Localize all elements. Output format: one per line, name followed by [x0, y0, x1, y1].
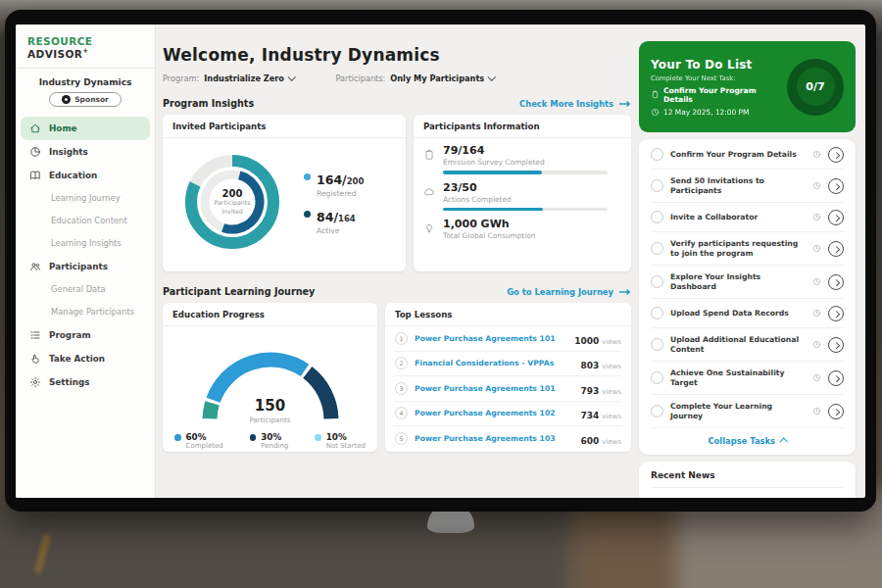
task-checkbox[interactable] — [651, 211, 663, 223]
sidebar-item-take-action[interactable]: Take Action — [21, 347, 150, 370]
sidebar-item-general-data[interactable]: General Data — [21, 278, 150, 301]
task-row[interactable]: Complete Your Learning Journey — [651, 395, 844, 428]
top-lessons-list: 1Power Purchase Agreements 1011000views2… — [385, 326, 631, 451]
clock-icon — [651, 108, 660, 117]
task-open-button[interactable] — [828, 147, 844, 163]
sidebar-item-insights[interactable]: Insights — [21, 140, 150, 164]
task-row[interactable]: Verify participants requesting to join t… — [651, 232, 844, 266]
legend-dot-icon — [174, 434, 181, 441]
program-insights-header: Program Insights Check More Insights — [163, 98, 631, 109]
program-filter-dropdown[interactable]: Program: Industrialize Zero — [163, 74, 294, 83]
task-open-button[interactable] — [828, 241, 844, 257]
recent-news-title: Recent News — [651, 470, 844, 488]
chevron-right-icon — [833, 153, 839, 159]
task-label: Achieve One Sustainability Target — [670, 368, 806, 388]
participants-filter-dropdown[interactable]: Participants: Only My Participants — [335, 74, 494, 83]
clock-icon — [812, 213, 821, 221]
sidebar-item-participants[interactable]: Participants — [21, 255, 150, 278]
lesson-rank: 3 — [395, 382, 408, 395]
donut-legend: 164/200Registered84/164Active — [304, 161, 364, 244]
sidebar-item-education[interactable]: Education — [21, 164, 150, 187]
sidebar-item-learning-insights[interactable]: Learning Insights — [21, 232, 150, 255]
participants-filter-label: Participants: — [335, 74, 385, 83]
task-row[interactable]: Send 50 Invitations to Participants — [651, 170, 844, 203]
task-row[interactable]: Upload Additional Educational Content — [651, 328, 844, 362]
task-checkbox[interactable] — [651, 307, 663, 319]
lesson-title-link[interactable]: Power Purchase Agreements 101 — [415, 384, 573, 393]
participants-information-card: Participants Information 79/164Emission … — [414, 115, 631, 271]
sidebar-item-learning-journey[interactable]: Learning Journey — [21, 187, 150, 210]
sidebar-item-label: Take Action — [49, 354, 105, 364]
task-row[interactable]: Achieve One Sustainability Target — [651, 362, 844, 395]
task-checkbox[interactable] — [651, 405, 663, 417]
task-row[interactable]: Invite a Collaborator — [651, 203, 844, 232]
task-row[interactable]: Confirm Your Program Details — [651, 140, 844, 170]
lesson-views-count: 793 — [580, 386, 599, 396]
legend-value: 84/ — [317, 210, 338, 224]
task-checkbox[interactable] — [651, 371, 663, 384]
lesson-row: 2Financial Considerations - VPPAs803view… — [395, 352, 621, 377]
lesson-row: 4Power Purchase Agreements 102734views — [395, 402, 621, 427]
clock-icon — [812, 277, 821, 286]
task-open-button[interactable] — [828, 178, 844, 194]
program-filter-value: Industrialize Zero — [204, 74, 284, 83]
logo-secondary: ADVISOR — [27, 48, 82, 60]
info-stat-row: 1,000 GWhTotal Global Consumption — [423, 218, 619, 240]
chevron-up-icon — [780, 439, 788, 447]
participants-filter-value: Only My Participants — [390, 74, 484, 83]
task-checkbox[interactable] — [651, 338, 663, 351]
lesson-title-link[interactable]: Power Purchase Agreements 102 — [415, 409, 573, 417]
app-logo: RESOURCE ADVISOR+ — [16, 24, 155, 69]
go-to-learning-journey-link[interactable]: Go to Learning Journey — [507, 287, 631, 297]
task-open-button[interactable] — [828, 306, 844, 321]
lesson-views-word: views — [602, 338, 621, 346]
sidebar-item-home[interactable]: Home — [21, 117, 150, 140]
lesson-views-count: 803 — [580, 361, 599, 370]
lesson-row: 5Power Purchase Agreements 103600views — [395, 426, 621, 451]
task-open-button[interactable] — [828, 370, 844, 386]
sidebar-item-education-content[interactable]: Education Content — [21, 210, 150, 232]
gauge-legend-text: 10%Not Started — [326, 432, 366, 450]
task-open-button[interactable] — [828, 210, 844, 225]
journey-cards-row: Education Progress 150 Participants 60%C… — [163, 303, 631, 452]
legend-total: 200 — [347, 176, 365, 186]
task-checkbox[interactable] — [651, 242, 663, 255]
sidebar: RESOURCE ADVISOR+ Industry Dynamics Spon… — [16, 24, 156, 498]
task-checkbox[interactable] — [651, 275, 663, 288]
lesson-rank: 1 — [395, 332, 408, 345]
task-row[interactable]: Explore Your Insights Dashboard — [651, 266, 844, 299]
lesson-title-link[interactable]: Power Purchase Agreements 103 — [415, 434, 573, 443]
task-label: Invite a Collaborator — [670, 213, 806, 222]
task-row[interactable]: Upload Spend Data Records — [651, 299, 844, 328]
task-checkbox[interactable] — [651, 179, 663, 192]
lesson-title-link[interactable]: Power Purchase Agreements 101 — [415, 334, 567, 343]
sidebar-item-settings[interactable]: Settings — [21, 370, 150, 394]
sidebar-item-program[interactable]: Program — [21, 323, 150, 347]
education-gauge-chart: 150 Participants — [187, 334, 354, 426]
program-filter-label: Program: — [163, 74, 199, 83]
task-open-button[interactable] — [828, 274, 844, 290]
legend-dot-icon — [315, 434, 321, 441]
legend-dot-icon — [304, 211, 311, 218]
sidebar-item-manage-participants[interactable]: Manage Participants — [21, 301, 150, 323]
tasks-list: Confirm Your Program DetailsSend 50 Invi… — [651, 140, 844, 428]
task-open-button[interactable] — [828, 404, 844, 419]
info-stat-progressbar — [443, 171, 608, 174]
chevron-down-icon — [288, 74, 296, 81]
participants-icon — [29, 261, 41, 272]
lesson-title-link[interactable]: Financial Considerations - VPPAs — [415, 359, 573, 368]
gauge-center-label: Participants — [187, 416, 354, 424]
task-open-button[interactable] — [828, 337, 844, 353]
gauge-segment-completed — [213, 360, 304, 400]
filters-row: Program: Industrialize Zero Participants… — [163, 74, 631, 83]
check-more-insights-link[interactable]: Check More Insights — [519, 99, 631, 109]
clock-icon — [812, 407, 821, 416]
task-label: Upload Spend Data Records — [670, 309, 806, 318]
gauge-legend-value: 10% — [326, 432, 366, 442]
sponsor-badge-label: Sponsor — [74, 95, 109, 104]
bulb-icon — [423, 222, 435, 234]
collapse-tasks-link[interactable]: Collapse Tasks — [651, 428, 844, 451]
arrow-right-icon — [618, 288, 631, 296]
task-checkbox[interactable] — [651, 148, 663, 161]
lesson-views: 1000views — [574, 329, 621, 348]
